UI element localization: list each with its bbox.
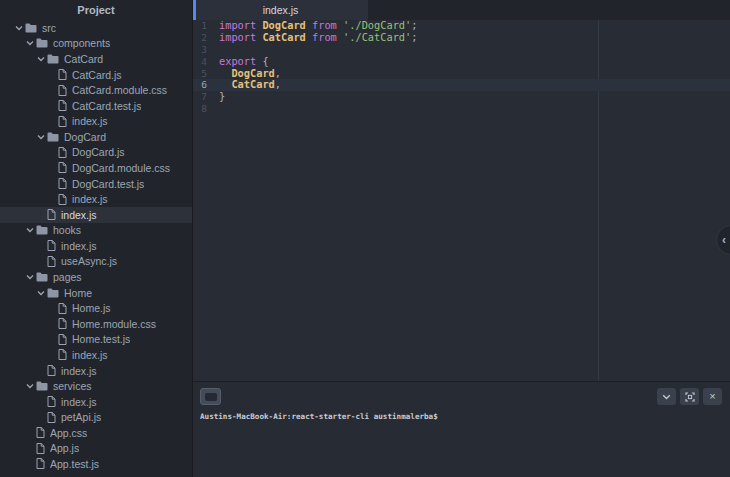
folder-icon: [36, 381, 48, 391]
tab-index-js[interactable]: index.js: [193, 0, 368, 20]
tree-item-label: CatCard.module.css: [72, 84, 167, 96]
tree-file-app-test-js[interactable]: App.test.js: [0, 456, 192, 472]
tree-file-catcard-module-css[interactable]: CatCard.module.css: [0, 82, 192, 98]
code-line-text: [207, 103, 219, 115]
tree-item-label: Home.test.js: [72, 333, 130, 345]
tree-item-label: Home.module.css: [72, 318, 156, 330]
tree-file-catcard-js[interactable]: CatCard.js: [0, 67, 192, 83]
tree-folder-home[interactable]: Home: [0, 285, 192, 301]
line-number: 6: [193, 79, 207, 91]
tree-folder-services[interactable]: services: [0, 378, 192, 394]
tree-item-label: index.js: [72, 193, 108, 205]
tree-file-home-test-js[interactable]: Home.test.js: [0, 332, 192, 348]
tree-file-catcard-test-js[interactable]: CatCard.test.js: [0, 98, 192, 114]
tree-file-index-js[interactable]: index.js: [0, 207, 192, 223]
tree-item-label: src: [42, 22, 56, 34]
code-line-2[interactable]: 2import CatCard from './CatCard';: [193, 32, 730, 44]
line-number: 2: [193, 32, 207, 44]
folder-expander[interactable]: [26, 273, 36, 281]
terminal-maximize-button[interactable]: [680, 388, 699, 405]
tree-item-label: Home.js: [72, 302, 111, 314]
tree-file-dogcard-test-js[interactable]: DogCard.test.js: [0, 176, 192, 192]
file-icon: [58, 349, 67, 360]
terminal-actions: ×: [657, 388, 722, 405]
folder-expander[interactable]: [26, 226, 36, 234]
folder-expander[interactable]: [15, 24, 25, 32]
tree-file-index-js[interactable]: index.js: [0, 363, 192, 379]
tree-item-label: index.js: [72, 349, 108, 361]
file-icon: [58, 178, 67, 189]
folder-expander[interactable]: [37, 289, 47, 297]
line-number: 1: [193, 20, 207, 32]
tree-file-dogcard-module-css[interactable]: DogCard.module.css: [0, 160, 192, 176]
tree-file-dogcard-js[interactable]: DogCard.js: [0, 145, 192, 161]
tree-file-index-js[interactable]: index.js: [0, 238, 192, 254]
tree-item-label: DogCard.module.css: [72, 162, 170, 174]
tree-folder-src[interactable]: src: [0, 20, 192, 36]
tree-file-home-module-css[interactable]: Home.module.css: [0, 316, 192, 332]
tree-item-label: index.js: [72, 115, 108, 127]
folder-expander[interactable]: [37, 55, 47, 63]
file-icon: [47, 209, 56, 220]
tree-file-index-js[interactable]: index.js: [0, 191, 192, 207]
tree-file-app-css[interactable]: App.css: [0, 425, 192, 441]
line-number: 8: [193, 103, 207, 115]
file-icon: [58, 334, 67, 345]
tree-item-label: DogCard.test.js: [72, 178, 144, 190]
tree-folder-catcard[interactable]: CatCard: [0, 51, 192, 67]
chevron-down-icon: [15, 24, 23, 32]
folder-expander[interactable]: [37, 133, 47, 141]
file-icon: [36, 443, 45, 454]
maximize-icon: [685, 392, 695, 402]
folder-expander[interactable]: [26, 382, 36, 390]
tree-item-label: Home: [64, 287, 92, 299]
tree-folder-pages[interactable]: pages: [0, 269, 192, 285]
tree-item-label: App.js: [50, 442, 79, 454]
code-line-text: }: [207, 91, 225, 103]
terminal-prompt[interactable]: Austins-MacBook-Air:react-starter-cli au…: [193, 405, 730, 421]
tree-item-label: services: [53, 380, 92, 392]
tree-file-index-js[interactable]: index.js: [0, 347, 192, 363]
file-icon: [58, 116, 67, 127]
tree-file-petapi-js[interactable]: petApi.js: [0, 409, 192, 425]
tree-item-label: App.test.js: [50, 458, 99, 470]
file-icon: [58, 318, 67, 329]
code-line-3[interactable]: 3: [193, 44, 730, 56]
file-tree: srccomponentsCatCardCatCard.jsCatCard.mo…: [0, 20, 192, 472]
tree-item-label: App.css: [50, 427, 87, 439]
line-number: 5: [193, 68, 207, 80]
file-icon: [58, 147, 67, 158]
tree-folder-hooks[interactable]: hooks: [0, 223, 192, 239]
chevron-down-icon: [26, 226, 34, 234]
file-icon: [47, 256, 56, 267]
terminal-tab-button[interactable]: [200, 388, 221, 405]
tree-item-label: index.js: [61, 240, 97, 252]
terminal-collapse-button[interactable]: [657, 388, 676, 405]
code-line-6[interactable]: 6 CatCard,: [193, 79, 730, 91]
tree-item-label: DogCard.js: [72, 146, 125, 158]
editor-pane: index.js 1import DogCard from './DogCard…: [193, 0, 730, 381]
tree-folder-dogcard[interactable]: DogCard: [0, 129, 192, 145]
tree-file-index-js[interactable]: index.js: [0, 394, 192, 410]
code-line-8[interactable]: 8: [193, 103, 730, 115]
tab-bar: index.js: [193, 0, 730, 20]
line-number: 4: [193, 56, 207, 68]
code-editor[interactable]: 1import DogCard from './DogCard';2import…: [193, 20, 730, 381]
active-pane-accent: [193, 0, 196, 20]
line-number: 7: [193, 91, 207, 103]
tree-file-index-js[interactable]: index.js: [0, 113, 192, 129]
chevron-down-icon: [37, 289, 45, 297]
tree-file-app-js[interactable]: App.js: [0, 441, 192, 457]
tree-file-useasync-js[interactable]: useAsync.js: [0, 254, 192, 270]
folder-expander[interactable]: [26, 39, 36, 47]
tree-folder-components[interactable]: components: [0, 36, 192, 52]
tree-item-label: index.js: [61, 396, 97, 408]
file-icon: [58, 85, 67, 96]
tree-item-label: index.js: [61, 365, 97, 377]
folder-icon: [47, 132, 59, 142]
code-line-7[interactable]: 7}: [193, 91, 730, 103]
folder-icon: [36, 272, 48, 282]
tab-label: index.js: [263, 4, 299, 16]
tree-file-home-js[interactable]: Home.js: [0, 300, 192, 316]
terminal-close-button[interactable]: ×: [703, 388, 722, 405]
